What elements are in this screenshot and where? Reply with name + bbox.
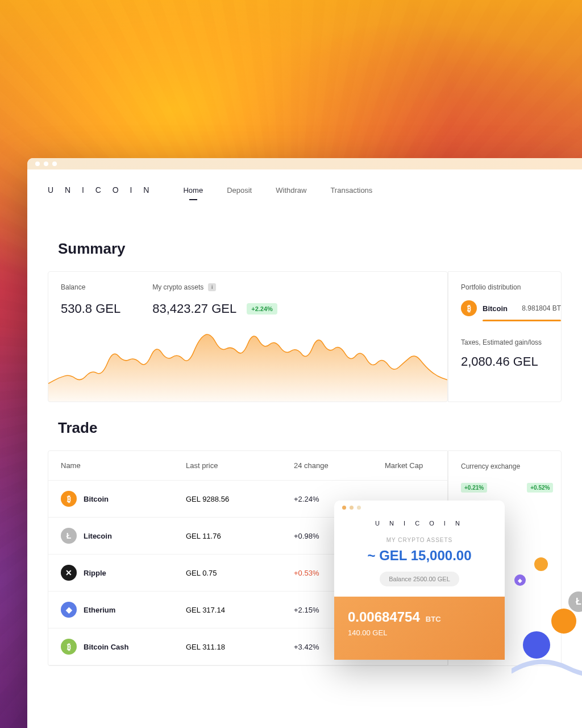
mobile-brand: U N I C O I N <box>334 520 505 527</box>
assets-value: 83,423.27 GEL <box>152 301 236 316</box>
minimize-icon[interactable] <box>44 162 48 166</box>
mobile-btc-value: 0.00684754 <box>348 609 420 625</box>
exchange-badge-2: +0.52% <box>527 483 553 493</box>
close-icon[interactable] <box>35 162 40 166</box>
mobile-btc-label: BTC <box>426 615 441 623</box>
col-last-price: Last price <box>186 461 294 470</box>
coin-name: Etherium <box>84 606 115 614</box>
window-titlebar <box>27 158 582 169</box>
bch-icon: ₿ <box>61 639 77 655</box>
top-nav: U N I C O I N HomeDepositWithdrawTransac… <box>27 169 582 200</box>
close-icon[interactable] <box>342 506 346 510</box>
btc-icon: ₿ <box>61 491 77 507</box>
summary-card: Balance 530.8 GEL My crypto assets i 83,… <box>48 271 448 402</box>
mobile-titlebar <box>334 500 505 510</box>
trade-heading: Trade <box>58 419 562 437</box>
portfolio-card: Portfolio distribution ₿ Bitcoin 8.98180… <box>448 271 562 402</box>
coin-name: Ripple <box>84 569 106 577</box>
maximize-icon[interactable] <box>52 162 57 166</box>
balance-value: 530.8 GEL <box>61 301 120 316</box>
balance-chart <box>48 322 447 402</box>
col-mcap: Market Cap <box>385 461 435 470</box>
mobile-gel-value: 140.00 GEL <box>348 628 491 637</box>
exchange-badge-1: +0.21% <box>461 483 487 493</box>
coin-name: Bitcoin Cash <box>84 643 128 651</box>
coin-name: Litecoin <box>84 532 112 540</box>
mobile-preview: U N I C O I N MY CRYPTO ASSETS ~ GEL 15,… <box>334 500 505 660</box>
taxes-value: 2,080.46 GEL <box>461 354 561 369</box>
bitcoin-icon: ₿ <box>461 300 477 316</box>
minimize-icon[interactable] <box>350 506 354 510</box>
mobile-balance-pill[interactable]: Balance 2500.00 GEL <box>380 572 459 586</box>
taxes-label: Taxes, Estimated gain/loss <box>461 338 561 346</box>
portfolio-coin-amount: 8.981804 BT <box>522 304 561 312</box>
mobile-subtitle: MY CRYPTO ASSETS <box>334 537 505 543</box>
last-price: GEL 317.14 <box>186 606 294 614</box>
brand-logo: U N I C O I N <box>48 185 153 195</box>
table-header: Name Last price 24 change Market Cap <box>48 451 447 481</box>
xrp-icon: ✕ <box>61 565 77 581</box>
last-price: GEL 311.18 <box>186 643 294 651</box>
mobile-amount: ~ GEL 15,000.00 <box>334 548 505 564</box>
last-price: GEL 11.76 <box>186 532 294 540</box>
balance-label: Balance <box>61 283 120 291</box>
nav-home[interactable]: Home <box>183 186 203 195</box>
ltc-icon: Ł <box>61 528 77 544</box>
assets-label: My crypto assets i <box>152 283 277 291</box>
last-price: GEL 0.75 <box>186 569 294 577</box>
eth-icon: ◆ <box>61 602 77 618</box>
exchange-label: Currency exchange <box>461 462 561 470</box>
col-change: 24 change <box>294 461 385 470</box>
maximize-icon[interactable] <box>357 506 361 510</box>
portfolio-bar <box>483 320 561 321</box>
nav-deposit[interactable]: Deposit <box>227 186 252 195</box>
summary-heading: Summary <box>58 240 562 258</box>
last-price: GEL 9288.56 <box>186 495 294 503</box>
portfolio-label: Portfolio distribution <box>461 283 561 291</box>
nav-withdraw[interactable]: Withdraw <box>276 186 306 195</box>
portfolio-coin-name: Bitcoin <box>483 304 508 313</box>
col-name: Name <box>61 461 186 470</box>
nav-transactions[interactable]: Transactions <box>330 186 372 195</box>
assets-change-badge: +2.24% <box>247 303 277 315</box>
info-icon[interactable]: i <box>208 283 216 291</box>
coin-name: Bitcoin <box>84 495 109 503</box>
